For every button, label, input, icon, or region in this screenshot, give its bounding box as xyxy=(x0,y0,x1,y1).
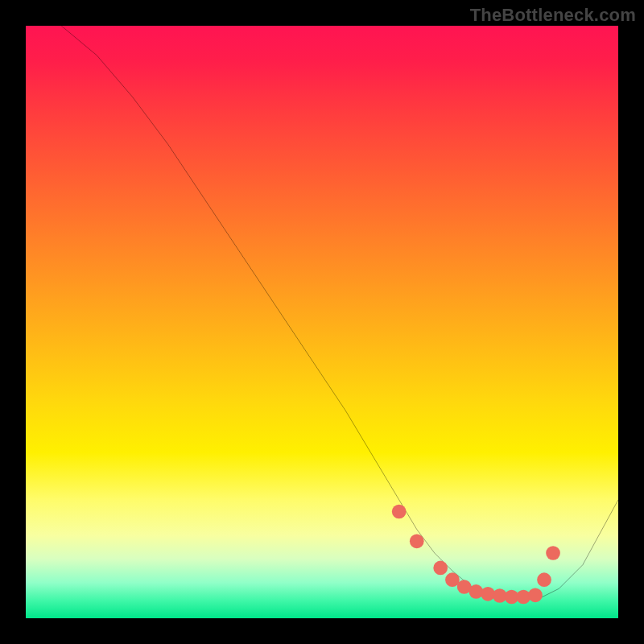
marker-dot xyxy=(537,572,551,587)
curve-path-group xyxy=(61,26,618,601)
watermark-text: TheBottleneck.com xyxy=(470,5,636,26)
chart-frame: TheBottleneck.com xyxy=(0,0,644,644)
marker-dot xyxy=(528,588,543,602)
marker-dot xyxy=(410,534,424,548)
marker-dot xyxy=(469,584,484,599)
curve-svg xyxy=(26,26,618,618)
curve-markers xyxy=(392,505,560,605)
marker-dot xyxy=(392,505,407,519)
marker-dot xyxy=(433,561,448,576)
marker-dot xyxy=(445,572,460,587)
marker-dot xyxy=(546,546,560,560)
bottleneck-curve xyxy=(61,26,618,601)
plot-area xyxy=(26,26,618,618)
